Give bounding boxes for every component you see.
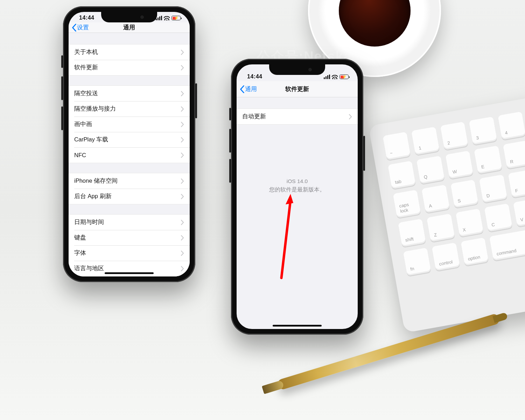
chevron-right-icon [181,91,184,96]
ios-version-label: iOS 14.0 [287,177,308,186]
row-about[interactable]: 关于本机 [69,44,190,60]
chevron-right-icon [181,137,184,142]
row-software-update[interactable]: 软件更新 [69,60,190,75]
nav-bar: 设置 通用 [69,22,190,33]
chevron-right-icon [181,153,184,158]
phone-general-settings: 14:44 ⚡ 设置 通用 关于本机 软件更新 隔空投送 隔空播放与接力 画中 [63,6,195,282]
row-nfc[interactable]: NFC [69,147,190,163]
chevron-right-icon [181,50,184,55]
back-label: 通用 [245,85,257,93]
desk-keyboard: ~123456 tabQWERTY caps lockASDFGH shiftZ… [369,87,525,333]
chevron-right-icon [181,220,184,225]
back-button[interactable]: 设置 [71,23,89,31]
chevron-right-icon [181,122,184,127]
row-airplay-handoff[interactable]: 隔空播放与接力 [69,101,190,117]
wifi-icon [164,16,170,20]
chevron-left-icon [239,85,245,93]
battery-charging-icon: ⚡ [172,16,181,20]
row-iphone-storage[interactable]: iPhone 储存空间 [69,173,190,189]
chevron-right-icon [181,235,184,240]
phone-software-update: 14:44 ⚡ 通用 软件更新 自动更新 iOS 14.0 您的软件是最新版本。 [231,59,363,335]
nav-bar: 通用 软件更新 [237,81,358,97]
status-time: 14:44 [247,74,262,81]
wifi-icon [332,75,338,79]
status-time: 14:44 [79,15,94,22]
chevron-right-icon [181,194,184,199]
chevron-right-icon [181,178,184,184]
row-date-time[interactable]: 日期与时间 [69,215,190,230]
chevron-right-icon [181,266,184,271]
row-airdrop[interactable]: 隔空投送 [69,86,190,101]
page-title: 软件更新 [285,85,309,93]
chevron-right-icon [181,106,184,112]
update-status-message: iOS 14.0 您的软件是最新版本。 [237,125,358,329]
back-button[interactable]: 通用 [239,85,257,93]
row-keyboard[interactable]: 键盘 [69,230,190,245]
row-background-app-refresh[interactable]: 后台 App 刷新 [69,189,190,204]
chevron-right-icon [181,65,184,70]
back-label: 设置 [77,23,89,31]
chevron-left-icon [71,24,77,31]
chevron-right-icon [181,251,184,256]
chevron-right-icon [349,114,352,119]
up-to-date-label: 您的软件是最新版本。 [269,186,325,194]
row-carplay[interactable]: CarPlay 车载 [69,132,190,147]
signal-icon [324,75,330,79]
page-title: 通用 [123,23,135,31]
battery-charging-icon: ⚡ [340,75,349,79]
row-fonts[interactable]: 字体 [69,245,190,261]
row-automatic-updates[interactable]: 自动更新 [237,109,358,124]
row-pip[interactable]: 画中画 [69,117,190,132]
